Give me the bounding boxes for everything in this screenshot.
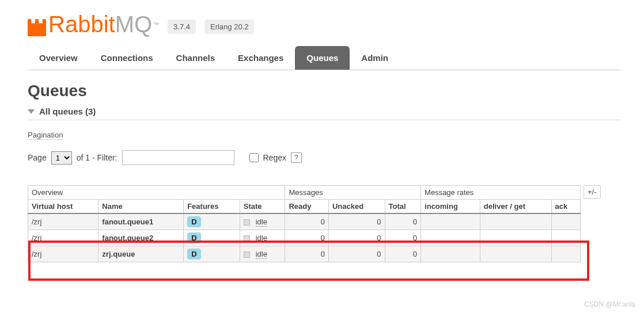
- cell-ack: [551, 230, 580, 246]
- help-icon[interactable]: ?: [291, 152, 302, 163]
- queue-link[interactable]: zrj.queue: [99, 246, 184, 262]
- tab-exchanges[interactable]: Exchanges: [226, 46, 295, 70]
- cell-features: D: [184, 213, 240, 230]
- state-icon: [244, 235, 250, 242]
- tab-connections[interactable]: Connections: [89, 46, 165, 70]
- queues-table: Overview Messages Message rates Virtual …: [28, 185, 581, 262]
- header: RabbitMQ ™ 3.7.4 Erlang 20.2: [28, 12, 621, 37]
- of-label: of 1 - Filter:: [77, 153, 118, 162]
- cell-unacked: 0: [328, 230, 385, 246]
- durable-badge: D: [187, 249, 200, 259]
- col-features: Features: [184, 200, 240, 214]
- nav-tabs: Overview Connections Channels Exchanges …: [28, 46, 621, 70]
- state-text: idle: [256, 234, 267, 243]
- cell-deliver: [480, 230, 551, 246]
- cell-vhost: /zrj: [28, 213, 99, 230]
- state-text: idle: [256, 217, 267, 227]
- cell-incoming: [421, 213, 480, 230]
- logo-text: RabbitMQ: [48, 12, 152, 37]
- col-ack[interactable]: ack: [551, 200, 580, 214]
- cell-features: D: [184, 246, 240, 262]
- cell-ready: 0: [285, 246, 329, 262]
- page-title: Queues: [28, 82, 621, 100]
- cell-total: 0: [385, 230, 421, 246]
- cell-ready: 0: [285, 230, 329, 246]
- state-icon: [244, 219, 250, 226]
- section-title: All queues (3): [39, 106, 96, 116]
- table-row: /zrj zrj.queue D idle 0 0 0: [28, 246, 581, 262]
- trademark: ™: [153, 21, 159, 28]
- cell-ready: 0: [285, 213, 329, 230]
- tab-queues[interactable]: Queues: [295, 46, 350, 70]
- group-rates: Message rates: [421, 186, 581, 200]
- queue-link[interactable]: fanout.queue1: [99, 213, 184, 230]
- cell-ack: [551, 213, 580, 230]
- cell-total: 0: [385, 213, 421, 230]
- tab-overview[interactable]: Overview: [28, 46, 89, 70]
- logo[interactable]: RabbitMQ ™: [28, 12, 159, 37]
- regex-checkbox[interactable]: [249, 153, 259, 162]
- cell-ack: [551, 246, 580, 262]
- pagination-label: Pagination: [28, 131, 63, 140]
- logo-text-orange: Rabbit: [48, 12, 115, 37]
- col-unacked[interactable]: Unacked: [328, 200, 385, 214]
- watermark: CSDN @Mr.anla: [584, 300, 635, 308]
- col-vhost[interactable]: Virtual host: [28, 200, 99, 214]
- col-name[interactable]: Name: [99, 200, 184, 214]
- state-text: idle: [256, 250, 267, 259]
- logo-text-gray: MQ: [115, 12, 152, 37]
- cell-vhost: /zrj: [28, 230, 99, 246]
- cell-features: D: [184, 230, 240, 246]
- cell-total: 0: [385, 246, 421, 262]
- cell-incoming: [421, 246, 480, 262]
- queue-link[interactable]: fanout.queue2: [99, 230, 184, 246]
- group-overview: Overview: [28, 186, 285, 200]
- cell-deliver: [480, 246, 551, 262]
- col-state[interactable]: State: [240, 200, 285, 214]
- chevron-down-icon: [28, 109, 35, 114]
- version-badge: 3.7.4: [168, 20, 196, 34]
- tab-channels[interactable]: Channels: [165, 46, 227, 70]
- table-row: /zrj fanout.queue2 D idle 0 0 0: [28, 230, 581, 246]
- cell-deliver: [480, 213, 551, 230]
- cell-vhost: /zrj: [28, 246, 99, 262]
- col-total[interactable]: Total: [385, 200, 421, 214]
- table-row: /zrj fanout.queue1 D idle 0 0 0: [28, 213, 581, 230]
- col-deliver[interactable]: deliver / get: [480, 200, 551, 214]
- erlang-badge: Erlang 20.2: [204, 20, 255, 34]
- regex-label: Regex: [263, 153, 286, 162]
- cell-state: idle: [240, 230, 285, 246]
- cell-state: idle: [240, 246, 285, 262]
- filter-input[interactable]: [122, 150, 234, 165]
- toggle-columns-button[interactable]: +/-: [584, 185, 601, 199]
- durable-badge: D: [187, 216, 200, 227]
- rabbitmq-icon: [28, 13, 46, 36]
- section-toggle[interactable]: All queues (3): [28, 103, 621, 120]
- state-icon: [244, 251, 250, 258]
- cell-incoming: [421, 230, 480, 246]
- durable-badge: D: [187, 232, 200, 243]
- page-select[interactable]: 1: [51, 151, 72, 165]
- group-messages: Messages: [285, 186, 421, 200]
- filter-row: Page 1 of 1 - Filter: Regex ?: [28, 150, 621, 165]
- cell-unacked: 0: [328, 246, 385, 262]
- tab-admin[interactable]: Admin: [350, 46, 400, 70]
- col-incoming[interactable]: incoming: [421, 200, 480, 214]
- page-label: Page: [28, 153, 47, 162]
- cell-unacked: 0: [328, 213, 385, 230]
- cell-state: idle: [240, 213, 285, 230]
- col-ready[interactable]: Ready: [285, 200, 329, 214]
